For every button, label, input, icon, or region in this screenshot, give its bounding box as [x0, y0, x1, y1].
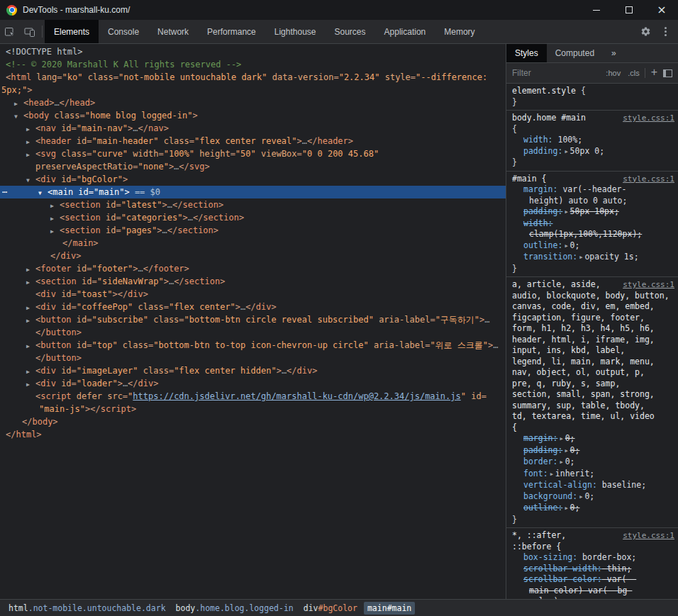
dom-tree-row[interactable]: <section id="sideNavWrap">…</section>: [0, 275, 506, 288]
stylesheet-link[interactable]: style.css:1: [623, 280, 674, 289]
inspect-element-button[interactable]: [0, 20, 20, 43]
style-line[interactable]: }: [512, 157, 675, 169]
tab-sources[interactable]: Sources: [326, 20, 375, 43]
dom-tree-row[interactable]: </button>: [0, 352, 506, 364]
dom-tree-row[interactable]: <nav id="main-nav">…</nav>: [0, 122, 506, 135]
expand-arrow-icon[interactable]: [26, 264, 35, 275]
style-line[interactable]: pre, q, ruby, s, samp,: [512, 379, 675, 390]
style-line[interactable]: color);: [512, 596, 675, 599]
dom-tree-row[interactable]: preserveAspectRatio="none">…</svg>: [0, 160, 506, 173]
style-line[interactable]: border:0;: [512, 457, 675, 469]
tab-application[interactable]: Application: [375, 20, 435, 43]
style-line[interactable]: outline:0;: [512, 240, 675, 252]
dom-tree-row[interactable]: </html>: [0, 428, 506, 441]
style-line[interactable]: height) auto 0 auto;: [512, 196, 675, 207]
dom-tree-row[interactable]: <button id="subscribe" class="bottom-btn…: [0, 313, 506, 326]
style-line[interactable]: {: [512, 422, 675, 434]
tab-performance[interactable]: Performance: [198, 20, 265, 43]
sidebar-tab-computed[interactable]: Computed: [547, 44, 603, 62]
style-line[interactable]: width: 100%;: [512, 135, 675, 146]
more-options-button[interactable]: [655, 20, 675, 43]
style-line[interactable]: header, html, i, iframe, img,: [512, 335, 675, 346]
style-line[interactable]: scrollbar-width: thin;: [512, 564, 675, 575]
dom-tree-row[interactable]: <section id="latest">…</section>: [0, 198, 506, 211]
dom-tree-row[interactable]: <!DOCTYPE html>: [0, 45, 506, 58]
dom-tree-row[interactable]: <div id="bgColor">: [0, 173, 506, 186]
sidebar-tab-styles[interactable]: Styles: [506, 44, 547, 62]
dom-tree-row[interactable]: <div id="toast"></div>: [0, 288, 506, 301]
dom-tree-row[interactable]: <head>…</head>: [0, 96, 506, 109]
style-line[interactable]: main-color) var(--bg-: [512, 586, 675, 597]
breadcrumb-item[interactable]: body.home.blog.logged-in: [172, 602, 297, 615]
dom-tree-row[interactable]: <!-- © 2020 Marshall K All rights reserv…: [0, 58, 506, 71]
style-line[interactable]: audio, blockquote, body, button,: [512, 291, 675, 302]
sidebar-tab-more[interactable]: »: [603, 44, 625, 62]
expand-arrow-icon[interactable]: [26, 315, 35, 326]
dom-tree-row[interactable]: <script defer src="https://cdn.jsdelivr.…: [0, 390, 506, 403]
style-line[interactable]: }: [512, 264, 675, 275]
tab-network[interactable]: Network: [148, 20, 198, 43]
dom-tree-row[interactable]: <svg class="curve" width="100%" height="…: [0, 147, 506, 160]
toggle-element-state-button[interactable]: :hov: [602, 69, 624, 77]
expand-arrow-icon[interactable]: [26, 302, 35, 313]
style-line[interactable]: scrollbar-color: var(--: [512, 574, 675, 586]
style-line[interactable]: padding:50px 0;: [512, 146, 675, 158]
style-line[interactable]: padding:50px 10px;: [512, 206, 675, 218]
dom-tree-row[interactable]: <body class="home blog logged-in">: [0, 109, 506, 122]
expand-arrow-icon[interactable]: [26, 123, 35, 135]
script-src-link[interactable]: https://cdn.jsdelivr.net/gh/marshall-ku-…: [133, 391, 460, 401]
new-style-rule-button[interactable]: +: [647, 66, 662, 79]
style-line[interactable]: outline:0;: [512, 503, 675, 515]
expand-arrow-icon[interactable]: [26, 136, 35, 147]
style-line[interactable]: margin: var(--header-: [512, 184, 675, 196]
stylesheet-link[interactable]: style.css:1: [623, 531, 674, 540]
style-line[interactable]: summary, sup, table, tbody,: [512, 401, 675, 412]
tab-console[interactable]: Console: [99, 20, 148, 43]
maximize-button[interactable]: [613, 0, 645, 20]
style-line[interactable]: background:0;: [512, 491, 675, 503]
dom-tree-row[interactable]: <html lang="ko" class="not-mobile untouc…: [0, 71, 506, 84]
expand-arrow-icon[interactable]: [26, 340, 35, 352]
tab-memory[interactable]: Memory: [435, 20, 484, 43]
expand-arrow-icon[interactable]: [26, 276, 35, 288]
device-toolbar-button[interactable]: [20, 20, 40, 43]
style-line[interactable]: vertical-align: baseline;: [512, 480, 675, 491]
expand-arrow-icon[interactable]: [14, 98, 23, 109]
collapse-arrow-icon[interactable]: [14, 111, 23, 122]
style-line[interactable]: legend, li, main, mark, menu,: [512, 357, 675, 368]
style-line[interactable]: nav, object, ol, output, p,: [512, 367, 675, 379]
style-line[interactable]: element.style {: [512, 86, 675, 97]
breadcrumb-item[interactable]: html.not-mobile.untouchable.dark: [5, 602, 170, 615]
breadcrumb-item[interactable]: main#main: [364, 602, 415, 615]
stylesheet-link[interactable]: style.css:1: [623, 174, 674, 184]
minimize-button[interactable]: [580, 0, 613, 20]
style-line[interactable]: }: [512, 515, 675, 526]
dom-tree-row[interactable]: <section id="categories">…</section>: [0, 211, 506, 224]
expand-arrow-icon[interactable]: [50, 225, 60, 237]
style-line[interactable]: transition:opacity 1s;: [512, 252, 675, 264]
styles-filter-input[interactable]: [506, 68, 602, 78]
settings-button[interactable]: [635, 20, 655, 43]
dom-tree-row[interactable]: <footer id="footer">…</footer>: [0, 262, 506, 275]
dom-tree-row[interactable]: </main>: [0, 237, 506, 250]
style-line[interactable]: }: [512, 97, 675, 108]
style-line[interactable]: canvas, code, div, em, embed,: [512, 301, 675, 313]
expand-arrow-icon[interactable]: [50, 200, 60, 211]
dom-tree-row[interactable]: <div id="imageLayer" class="flex center …: [0, 364, 506, 377]
dom-tree-row[interactable]: 5px;">: [0, 84, 506, 96]
style-line[interactable]: width:: [512, 218, 675, 230]
node-menu-icon[interactable]: [2, 186, 7, 198]
style-line[interactable]: input, ins, kbd, label,: [512, 345, 675, 357]
expand-arrow-icon[interactable]: [26, 149, 35, 160]
dom-tree-row[interactable]: <section id="pages">…</section>: [0, 224, 506, 237]
style-line[interactable]: section, small, span, strong,: [512, 389, 675, 401]
style-line[interactable]: font:inherit;: [512, 469, 675, 481]
dom-tree-row[interactable]: </body>: [0, 415, 506, 428]
style-line[interactable]: box-sizing: border-box;: [512, 552, 675, 564]
dom-tree-row[interactable]: </button>: [0, 326, 506, 339]
dom-tree-row-selected[interactable]: <main id="main"> == $0: [0, 186, 506, 198]
style-line[interactable]: padding:0;: [512, 445, 675, 457]
dom-tree-row[interactable]: <header id="main-header" class="flex cen…: [0, 135, 506, 147]
sidebar-layout-toggle-icon[interactable]: [663, 69, 672, 77]
dom-tree-row[interactable]: <div id="coffeePop" class="flex center">…: [0, 301, 506, 313]
